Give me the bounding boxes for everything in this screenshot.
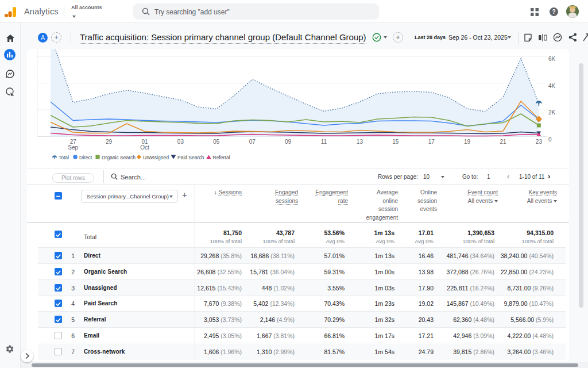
svg-text:13: 13 — [357, 139, 363, 145]
svg-text:6K: 6K — [548, 56, 556, 62]
svg-text:29: 29 — [106, 139, 113, 145]
svg-text:15: 15 — [392, 139, 399, 145]
svg-text:03: 03 — [177, 139, 184, 145]
svg-text:09: 09 — [285, 139, 292, 145]
svg-text:23: 23 — [536, 139, 543, 145]
svg-text:Sep: Sep — [68, 144, 78, 151]
svg-text:Oct: Oct — [140, 144, 149, 151]
svg-text:07: 07 — [249, 139, 256, 145]
svg-text:05: 05 — [213, 139, 220, 145]
svg-text:11: 11 — [321, 139, 327, 145]
svg-text:21: 21 — [500, 139, 506, 145]
svg-text:17: 17 — [428, 139, 435, 145]
svg-text:2K: 2K — [548, 109, 556, 116]
svg-text:4K: 4K — [548, 83, 556, 89]
svg-text:0: 0 — [548, 136, 552, 143]
svg-text:19: 19 — [464, 139, 471, 145]
